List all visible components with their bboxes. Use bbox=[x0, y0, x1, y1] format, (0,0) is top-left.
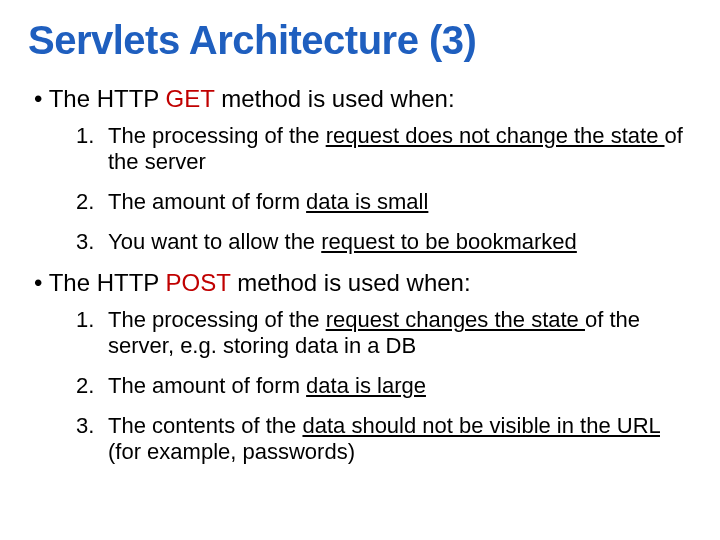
list-num: 2. bbox=[76, 189, 94, 215]
list-text-a: You want to allow the bbox=[108, 229, 321, 254]
list-num: 3. bbox=[76, 229, 94, 255]
list-num: 3. bbox=[76, 413, 94, 439]
bullet-post-post: method is used when: bbox=[230, 269, 470, 296]
bullet-post-emph: POST bbox=[166, 269, 231, 296]
list-text-a: The amount of form bbox=[108, 189, 306, 214]
list-text-a: The amount of form bbox=[108, 373, 306, 398]
list-item: 2. The amount of form data is large bbox=[76, 373, 692, 399]
list-item: 1. The processing of the request changes… bbox=[76, 307, 692, 359]
bullet-post: • The HTTP POST method is used when: bbox=[34, 269, 692, 297]
list-get: 1. The processing of the request does no… bbox=[76, 123, 692, 255]
list-text-b: (for example, passwords) bbox=[108, 439, 355, 464]
list-item: 2. The amount of form data is small bbox=[76, 189, 692, 215]
list-item: 3. The contents of the data should not b… bbox=[76, 413, 692, 465]
list-text-u: request does not change the state bbox=[326, 123, 665, 148]
list-post: 1. The processing of the request changes… bbox=[76, 307, 692, 465]
bullet-get-pre: • The HTTP bbox=[34, 85, 166, 112]
list-text-a: The contents of the bbox=[108, 413, 302, 438]
bullet-get: • The HTTP GET method is used when: bbox=[34, 85, 692, 113]
list-item: 1. The processing of the request does no… bbox=[76, 123, 692, 175]
list-num: 1. bbox=[76, 123, 94, 149]
slide-title: Servlets Architecture (3) bbox=[28, 18, 692, 63]
list-text-u: data is large bbox=[306, 373, 426, 398]
list-text-u: data is small bbox=[306, 189, 428, 214]
bullet-get-post: method is used when: bbox=[214, 85, 454, 112]
list-text-u: request to be bookmarked bbox=[321, 229, 577, 254]
list-num: 1. bbox=[76, 307, 94, 333]
list-num: 2. bbox=[76, 373, 94, 399]
bullet-post-pre: • The HTTP bbox=[34, 269, 166, 296]
list-text-a: The processing of the bbox=[108, 307, 326, 332]
list-text-u: data should not be visible in the URL bbox=[302, 413, 660, 438]
list-item: 3. You want to allow the request to be b… bbox=[76, 229, 692, 255]
list-text-a: The processing of the bbox=[108, 123, 326, 148]
bullet-get-emph: GET bbox=[166, 85, 215, 112]
list-text-u: request changes the state bbox=[326, 307, 585, 332]
